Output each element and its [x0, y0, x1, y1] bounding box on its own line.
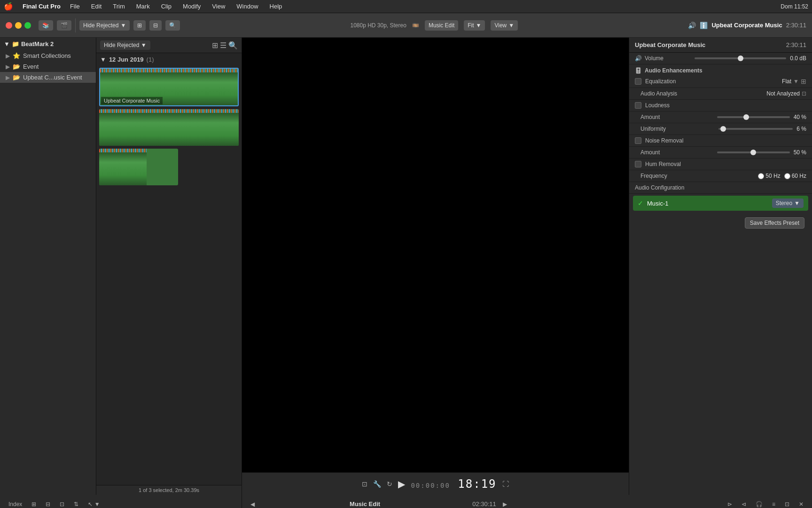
eq-grid-icon[interactable]: ⊞: [801, 78, 806, 85]
volume-row: 🔊 Volume 0.0 dB: [629, 53, 812, 64]
freq-50-radio[interactable]: [758, 173, 764, 179]
view-button[interactable]: View ▼: [491, 20, 518, 31]
music-track-row: ✓ Music-1 Stereo ▼: [633, 196, 808, 211]
tools-button[interactable]: 🔧: [373, 480, 381, 488]
browser-status: 1 of 3 selected, 2m 30.39s: [96, 485, 242, 495]
menu-clip[interactable]: Clip: [159, 2, 173, 11]
minimize-button[interactable]: [15, 22, 22, 29]
menu-file[interactable]: File: [68, 2, 82, 11]
view-label: View: [494, 22, 507, 29]
timeline-tool-btn[interactable]: ↖ ▼: [85, 500, 102, 508]
freq-60-radio[interactable]: [784, 173, 790, 179]
info-icon[interactable]: ℹ️: [700, 22, 708, 29]
sidebar-item-upbeat-event[interactable]: ▶ 📂 Upbeat C...usic Event: [0, 72, 96, 83]
timeline-view-btn-3[interactable]: ⊡: [57, 500, 67, 508]
play-button[interactable]: ▶: [398, 478, 405, 490]
timeline-settings-btn[interactable]: ⊡: [782, 500, 792, 508]
save-preset-label: Save Effects Preset: [750, 220, 799, 226]
list-view-button[interactable]: ☰: [220, 41, 226, 50]
timeline-forward-button[interactable]: ▶: [500, 500, 510, 508]
freq-60-option[interactable]: 60 Hz: [784, 173, 806, 179]
volume-slider[interactable]: [695, 57, 787, 59]
library-button[interactable]: 📚: [39, 20, 53, 31]
timeline-view-btn-2[interactable]: ⊟: [43, 500, 53, 508]
grid-view-button[interactable]: ⊞: [212, 41, 218, 50]
clip-item-1[interactable]: Upbeat Corporate Music: [99, 68, 239, 106]
clip-waveform-2: [99, 113, 239, 146]
loudness-amount-row: Amount 40 %: [629, 111, 812, 123]
menu-help[interactable]: Help: [268, 2, 284, 11]
apple-menu[interactable]: 🍎: [4, 2, 13, 11]
menubar: 🍎 Final Cut Pro File Edit Trim Mark Clip…: [0, 0, 812, 13]
browser: Hide Rejected ▼ ⊞ ☰ 🔍 ▼ 12 Jun 2019 (1) …: [96, 38, 242, 495]
index-button[interactable]: Index: [6, 500, 25, 508]
fit-button[interactable]: Fit ▼: [464, 20, 485, 31]
analysis-icon[interactable]: ⊡: [802, 90, 806, 97]
timeline-view-btn-1[interactable]: ⊞: [29, 500, 39, 508]
music-track-checkbox[interactable]: ✓: [638, 199, 643, 207]
collapse-date-icon[interactable]: ▼: [100, 56, 106, 63]
menu-mark[interactable]: Mark: [134, 2, 152, 11]
clip-item-3[interactable]: [99, 149, 178, 185]
freq-50-option[interactable]: 50 Hz: [758, 173, 780, 179]
save-preset-container: Save Effects Preset: [629, 213, 812, 233]
event-label: Event: [23, 63, 39, 70]
grid-toggle-button[interactable]: ⊟: [149, 20, 162, 31]
loop-button[interactable]: ↻: [387, 480, 392, 488]
view-toggle-button[interactable]: ⊞: [133, 20, 146, 31]
loudness-row: Loudness: [629, 100, 812, 111]
browser-grid: Upbeat Corporate Music: [96, 66, 242, 485]
hum-removal-checkbox[interactable]: [635, 161, 641, 167]
loudness-amount-slider[interactable]: [717, 116, 790, 118]
noise-removal-checkbox[interactable]: [635, 137, 641, 144]
menu-window[interactable]: Window: [234, 2, 260, 11]
volume-icon[interactable]: 🔊: [688, 22, 696, 29]
menu-view[interactable]: View: [210, 2, 227, 11]
collapse-icon[interactable]: ▼: [4, 40, 10, 48]
preview-timecode: 00:00:00 18:19: [411, 477, 496, 491]
loudness-checkbox[interactable]: [635, 102, 641, 109]
uniformity-slider[interactable]: [718, 128, 793, 130]
headphones-btn[interactable]: 🎧: [753, 500, 765, 508]
search-browser-button[interactable]: 🔍: [228, 41, 238, 50]
sidebar-item-smart-collections[interactable]: ▶ ⭐ Smart Collections: [0, 50, 96, 61]
loudness-label: Loudness: [645, 102, 806, 109]
browser-filter-button[interactable]: Hide Rejected ▼: [100, 40, 150, 50]
freq-60-label: 60 Hz: [792, 173, 806, 179]
app-name[interactable]: Final Cut Pro: [23, 3, 61, 10]
clip-controls-button[interactable]: ⊡: [362, 480, 367, 488]
fullscreen-button[interactable]: ⛶: [502, 480, 509, 488]
timeline-sort-btn[interactable]: ⇅: [71, 500, 81, 508]
audio-out-btn[interactable]: ⊲: [739, 500, 749, 508]
timeline-close-btn[interactable]: ✕: [796, 500, 806, 508]
toolbar-center: 1080p HD 30p, Stereo 🎞️ Music Edit Fit ▼…: [184, 20, 684, 31]
frequency-options: 50 Hz 60 Hz: [758, 173, 806, 179]
expand-icon: ▶: [6, 53, 10, 59]
eq-chevron-icon[interactable]: ▼: [793, 78, 799, 85]
equalization-checkbox[interactable]: [635, 78, 641, 85]
view-chevron-icon: ▼: [508, 22, 514, 29]
browser-button[interactable]: 🎬: [57, 20, 71, 31]
menu-modify[interactable]: Modify: [181, 2, 203, 11]
uniformity-row: Uniformity 6 %: [629, 123, 812, 135]
clip-item-2[interactable]: [99, 109, 239, 146]
menu-edit[interactable]: Edit: [89, 2, 103, 11]
search-button[interactable]: 🔍: [165, 20, 180, 31]
maximize-button[interactable]: [24, 22, 31, 29]
edit-mode-button[interactable]: Music Edit: [425, 20, 458, 31]
audio-in-btn[interactable]: ⊳: [725, 500, 735, 508]
browser-status-text: 1 of 3 selected, 2m 30.39s: [139, 487, 199, 493]
menu-trim[interactable]: Trim: [111, 2, 127, 11]
preview-controls: ⊡ 🔧 ↻ ▶ 00:00:00 18:19 ⛶: [242, 472, 629, 495]
audio-channels-btn[interactable]: ≡: [769, 500, 778, 508]
equalization-row: Equalization Flat ▼ ⊞: [629, 75, 812, 88]
timeline-back-button[interactable]: ◀: [248, 500, 258, 508]
beatmark-header: ▼ 📁 BeatMark 2: [0, 38, 96, 50]
stereo-button[interactable]: Stereo ▼: [772, 198, 804, 208]
sidebar-item-event[interactable]: ▶ 📂 Event: [0, 61, 96, 72]
inspector: Upbeat Corporate Music 2:30:11 🔊 Volume …: [629, 38, 812, 495]
noise-amount-slider[interactable]: [717, 151, 790, 153]
close-button[interactable]: [6, 22, 12, 29]
save-effects-preset-button[interactable]: Save Effects Preset: [745, 217, 804, 229]
hide-rejected-button[interactable]: Hide Rejected ▼: [79, 20, 130, 31]
